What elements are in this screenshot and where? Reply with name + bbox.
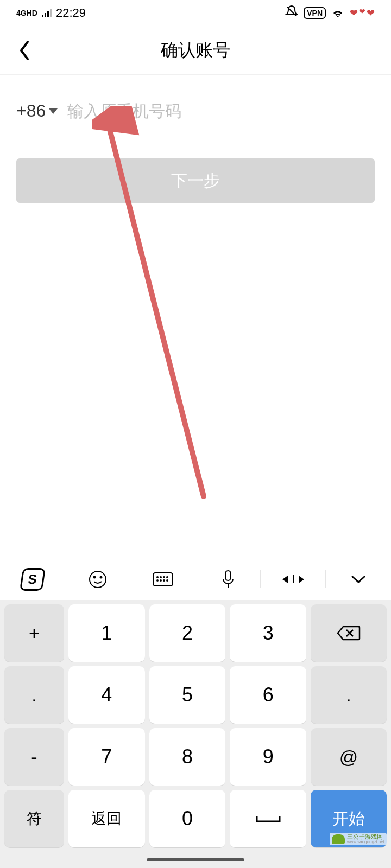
next-button[interactable]: 下一步 bbox=[16, 158, 375, 203]
vpn-badge: VPN bbox=[304, 7, 326, 19]
s-logo-icon: S bbox=[20, 568, 46, 591]
status-bar: 4GHD 22:29 VPN ❤❤❤ bbox=[0, 0, 391, 26]
status-time: 22:29 bbox=[56, 6, 86, 20]
key-7[interactable]: 7 bbox=[68, 728, 145, 786]
voice-input-button[interactable] bbox=[195, 558, 261, 600]
backspace-icon bbox=[337, 624, 361, 642]
key-return[interactable]: 返回 bbox=[68, 790, 145, 847]
svg-marker-17 bbox=[282, 576, 288, 583]
keyboard-icon bbox=[152, 571, 174, 588]
phone-input[interactable] bbox=[67, 102, 375, 120]
status-left: 4GHD 22:29 bbox=[16, 6, 86, 20]
keyboard: S I bbox=[0, 558, 391, 868]
key-4[interactable]: 4 bbox=[68, 666, 145, 724]
watermark-logo-icon bbox=[332, 834, 345, 844]
keyboard-switch-button[interactable] bbox=[130, 558, 195, 600]
svg-point-7 bbox=[157, 577, 158, 578]
key-2[interactable]: 2 bbox=[149, 604, 226, 662]
key-8[interactable]: 8 bbox=[149, 728, 226, 786]
key-0[interactable]: 0 bbox=[149, 790, 226, 847]
space-icon bbox=[255, 813, 282, 825]
caret-down-icon bbox=[49, 108, 58, 114]
keypad-grid: + 1 2 3 . 4 5 6 . - 7 8 9 @ ( bbox=[0, 600, 391, 790]
country-code-label: +86 bbox=[16, 101, 46, 121]
back-button[interactable] bbox=[11, 37, 38, 64]
ime-logo-button[interactable]: S bbox=[0, 558, 65, 600]
status-right: VPN ❤❤❤ bbox=[285, 5, 375, 21]
key-minus[interactable]: - bbox=[4, 728, 64, 786]
key-dot[interactable]: . bbox=[4, 666, 64, 724]
svg-text:I: I bbox=[292, 572, 295, 586]
svg-point-10 bbox=[167, 577, 168, 578]
next-button-label: 下一步 bbox=[171, 170, 220, 192]
svg-point-13 bbox=[163, 580, 165, 581]
page-title: 确认账号 bbox=[0, 39, 391, 62]
watermark: 三公子游戏网 www.sangongzi.net bbox=[330, 833, 387, 845]
chevron-left-icon bbox=[18, 40, 31, 61]
home-indicator[interactable] bbox=[147, 858, 244, 861]
smile-icon bbox=[88, 570, 108, 589]
svg-point-11 bbox=[157, 580, 158, 581]
key-at[interactable]: @ bbox=[311, 728, 387, 786]
key-5[interactable]: 5 bbox=[149, 666, 226, 724]
svg-marker-19 bbox=[299, 576, 304, 583]
key-1[interactable]: 1 bbox=[68, 604, 145, 662]
svg-point-4 bbox=[94, 576, 96, 578]
country-code-selector[interactable]: +86 bbox=[16, 101, 58, 121]
signal-type: 4GHD bbox=[16, 9, 37, 17]
key-9[interactable]: 9 bbox=[230, 728, 306, 786]
svg-rect-6 bbox=[153, 573, 173, 586]
watermark-url: www.sangongzi.net bbox=[347, 840, 384, 844]
notification-muted-icon bbox=[285, 5, 298, 21]
microphone-icon bbox=[220, 569, 236, 590]
battery-hearts-icon: ❤❤❤ bbox=[350, 7, 375, 19]
cursor-move-button[interactable]: I bbox=[261, 558, 326, 600]
page-header: 确认账号 bbox=[0, 26, 391, 75]
wifi-icon bbox=[331, 8, 344, 18]
key-period[interactable]: . bbox=[311, 666, 387, 724]
key-space[interactable] bbox=[230, 790, 306, 847]
emoji-button[interactable] bbox=[65, 558, 130, 600]
svg-point-9 bbox=[163, 577, 165, 578]
signal-bars-icon bbox=[42, 9, 52, 17]
key-backspace[interactable] bbox=[311, 604, 387, 662]
svg-point-5 bbox=[100, 576, 102, 578]
key-plus[interactable]: + bbox=[4, 604, 64, 662]
keyboard-toolbar: S I bbox=[0, 558, 391, 600]
key-symbol[interactable]: 符 bbox=[4, 790, 64, 847]
key-6[interactable]: 6 bbox=[230, 666, 306, 724]
svg-point-8 bbox=[160, 577, 161, 578]
svg-rect-15 bbox=[225, 571, 231, 580]
nav-bar bbox=[0, 852, 391, 868]
svg-point-3 bbox=[90, 571, 106, 588]
content-area: +86 下一步 bbox=[0, 101, 391, 203]
phone-input-row: +86 bbox=[16, 101, 375, 132]
chevron-down-icon bbox=[350, 574, 367, 585]
svg-point-14 bbox=[167, 580, 168, 581]
collapse-keyboard-button[interactable] bbox=[326, 558, 391, 600]
svg-point-12 bbox=[160, 580, 161, 581]
key-3[interactable]: 3 bbox=[230, 604, 306, 662]
cursor-move-icon: I bbox=[281, 571, 305, 588]
